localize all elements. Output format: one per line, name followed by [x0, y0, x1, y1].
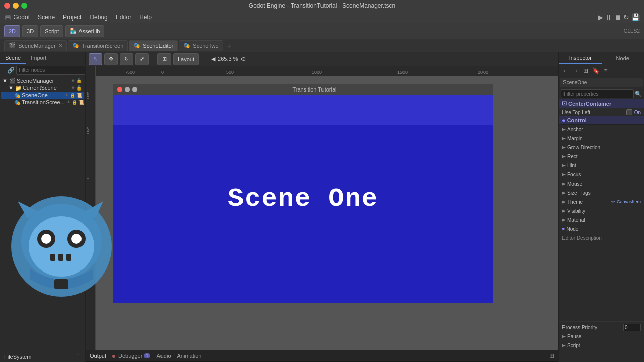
output-tab[interactable]: Output [90, 353, 106, 359]
assetlib-btn[interactable]: 🏪 AssetLib [65, 25, 104, 37]
instance-btn[interactable]: 🔗 [7, 66, 15, 75]
menu-project[interactable]: Project [63, 14, 82, 21]
animation-tab[interactable]: Animation [177, 353, 202, 359]
tab-add-btn[interactable]: + [224, 41, 234, 51]
prop-margin[interactable]: ▶ Margin [559, 134, 644, 143]
inspector-back-icon[interactable]: ← [561, 66, 570, 75]
back-arrow[interactable]: ◀ [211, 56, 215, 62]
import-tab[interactable]: Import [26, 52, 51, 64]
move-tool[interactable]: ✥ [104, 53, 118, 65]
snap-tool[interactable]: ⊞ [157, 53, 171, 65]
filter-properties-input[interactable] [561, 89, 634, 98]
scene-node-current[interactable]: ▼ 📁 CurrentScene 👁 🔒 [1, 84, 84, 92]
menu-scene[interactable]: Scene [38, 14, 55, 21]
tab-scene-editor[interactable]: 🎭 SceneEditor [129, 40, 178, 51]
inspector-options-icon[interactable]: ≡ [601, 66, 610, 75]
prop-mouse[interactable]: ▶ Mouse [559, 179, 644, 188]
main-toolbar: 2D 3D Script 🏪 AssetLib GLES2 [0, 23, 644, 39]
node-script-icon: 📜 [78, 100, 84, 105]
use-top-left-checkbox[interactable] [626, 109, 632, 115]
minimize-btn[interactable] [13, 3, 19, 9]
rect-label: Rect [567, 154, 641, 159]
tab-close-icon[interactable]: ✕ [58, 43, 62, 48]
layout-tool[interactable]: Layout [173, 53, 199, 65]
scene-tab[interactable]: Scene [0, 52, 26, 64]
viewport-area[interactable]: -500 0 500 1000 1500 2000 2500 -400 -200… [86, 66, 558, 350]
title-bar: Godot Engine - TransitionTutorial - Scen… [0, 0, 644, 11]
editor-description-row: Editor Description [559, 233, 644, 242]
tab-scene-two[interactable]: 🎭 SceneTwo [179, 40, 223, 51]
toolbar-loop[interactable]: ↻ [623, 13, 629, 21]
menu-debug[interactable]: Debug [90, 14, 107, 21]
audio-tab[interactable]: Audio [156, 353, 171, 359]
menu-help[interactable]: Help [139, 14, 152, 21]
prop-grow[interactable]: ▶ Grow Direction [559, 143, 644, 152]
menu-editor[interactable]: Editor [116, 14, 131, 21]
mode-3d-btn[interactable]: 3D [22, 25, 38, 37]
maximize-btn[interactable] [21, 3, 27, 9]
tab-icon: 🎭 [133, 42, 140, 49]
game-top-bar [113, 95, 493, 125]
tab-transition-screen[interactable]: 🎭 TransitionScreen [68, 40, 128, 51]
rotate-tool[interactable]: ↻ [120, 53, 133, 65]
filesystem-panel: FileSystem ⋮ ← → res://SceneManager.tscn… [0, 350, 86, 362]
process-priority-input[interactable] [623, 324, 641, 331]
node-lock-icon[interactable]: 🔒 [72, 100, 77, 105]
process-priority-label: Process Priority [562, 325, 622, 330]
toolbar-save[interactable]: 💾 [631, 13, 640, 21]
ruler-vertical: -400 -200 0 200 [86, 76, 96, 350]
mode-2d-btn[interactable]: 2D [4, 25, 20, 37]
toolbar-pause[interactable]: ⏸ [605, 13, 612, 21]
prop-rect[interactable]: ▶ Rect [559, 152, 644, 161]
scale-tool[interactable]: ⤢ [135, 53, 149, 65]
select-tool[interactable]: ↖ [89, 53, 102, 65]
inspector-history-icon[interactable]: ⊞ [581, 66, 590, 75]
node-script-icon: 📜 [76, 93, 82, 98]
close-btn[interactable] [4, 3, 10, 9]
scene-node-transition[interactable]: 🎭 TransitionScree... 👁 🔒 📜 [1, 99, 84, 106]
toolbar-stop[interactable]: ⏹ [614, 13, 621, 21]
reset-zoom[interactable]: ⊙ [241, 56, 246, 62]
debugger-tab[interactable]: Debugger 1 [112, 353, 150, 359]
anchor-label: Anchor [567, 127, 641, 132]
prop-focus[interactable]: ▶ Focus [559, 170, 644, 179]
toolbar-play[interactable]: ▶ [598, 13, 603, 21]
window-title: Godot Engine - TransitionTutorial - Scen… [249, 2, 395, 9]
node-item-label: Node [566, 226, 641, 232]
prop-hint[interactable]: ▶ Hint [559, 161, 644, 170]
filesystem-options-icon[interactable]: ⋮ [75, 353, 81, 360]
prop-size-flags[interactable]: ▶ Size Flags [559, 188, 644, 197]
scene-node-sceneone[interactable]: 🎭 SceneOne 👁 🔒 📜 [1, 92, 84, 99]
inspector-tab[interactable]: Inspector [559, 52, 602, 64]
prop-visibility[interactable]: ▶ Visibility [559, 206, 644, 215]
section-center-container[interactable]: ⊡ CenterContainer [559, 99, 644, 108]
node-lock-icon[interactable]: 🔒 [70, 93, 75, 98]
prop-anchor[interactable]: ▶ Anchor [559, 125, 644, 134]
mouse-label: Mouse [567, 181, 641, 187]
node-visibility-icon[interactable]: 👁 [64, 93, 69, 98]
node-lock-icon[interactable]: 🔒 [76, 78, 82, 83]
node-tab[interactable]: Node [602, 52, 645, 64]
material-label: Material [567, 217, 641, 223]
scene-node-root[interactable]: ▼ 🎬 SceneManager 👁 🔒 [1, 77, 84, 84]
node-visibility-icon[interactable]: 👁 [66, 100, 71, 105]
menu-godot[interactable]: 🎮 Godot [4, 14, 30, 21]
prop-theme[interactable]: ▶ Theme ✏ CanvasItem [559, 197, 644, 206]
prop-node[interactable]: ● Node [559, 224, 644, 233]
expand-btn[interactable]: ⊞ [549, 352, 554, 359]
editor-desc-label: Editor Description [562, 235, 641, 241]
node-visibility-icon[interactable]: 👁 [71, 78, 75, 83]
inspector-bookmark-icon[interactable]: 🔖 [591, 66, 600, 75]
add-node-btn[interactable]: + [2, 66, 6, 75]
prop-material[interactable]: ▶ Material [559, 215, 644, 224]
filter-nodes-input[interactable] [16, 66, 85, 75]
tab-scene-manager[interactable]: 🎬 SceneManager ✕ [4, 40, 67, 51]
inspector-forward-icon[interactable]: → [571, 66, 580, 75]
section-control[interactable]: ● Control [559, 116, 644, 125]
script-btn[interactable]: Script [40, 25, 63, 37]
prop-pause[interactable]: ▶ Pause [559, 332, 644, 341]
node-lock-icon[interactable]: 🔒 [76, 85, 82, 90]
game-window: Transition Tutorial Scene One [113, 84, 493, 303]
node-visibility-icon[interactable]: 👁 [71, 85, 75, 90]
prop-script[interactable]: ▶ Script [559, 341, 644, 350]
